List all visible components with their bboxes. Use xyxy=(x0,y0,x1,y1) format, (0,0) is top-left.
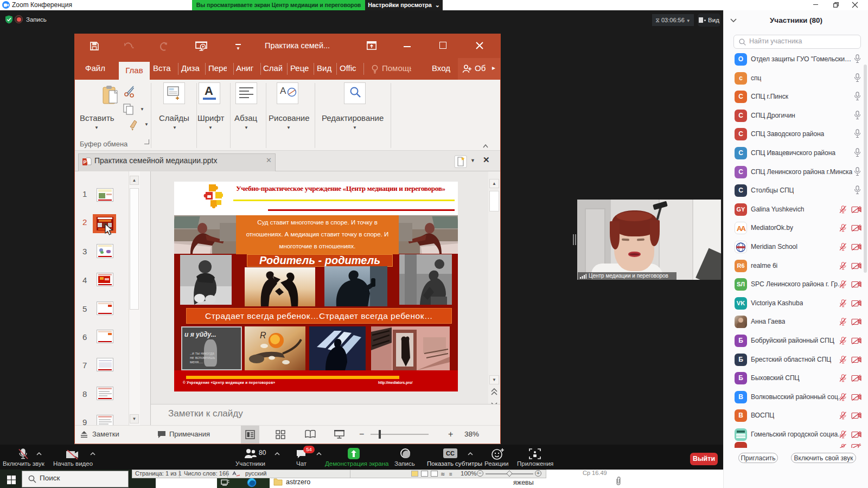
svg-text:R: R xyxy=(260,331,266,340)
svg-text:P: P xyxy=(84,159,87,165)
